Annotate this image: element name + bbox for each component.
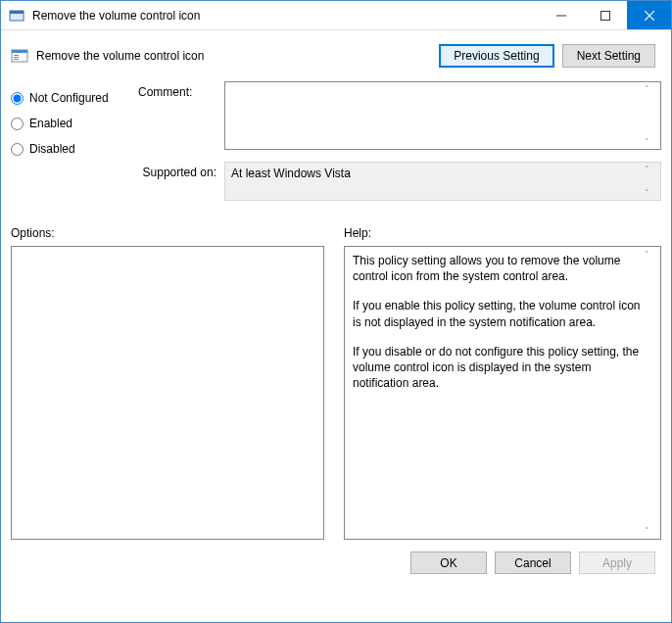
comment-label: Comment: xyxy=(138,81,224,150)
radio-disabled[interactable]: Disabled xyxy=(11,136,119,162)
svg-rect-7 xyxy=(12,50,27,53)
radio-enabled-input[interactable] xyxy=(11,118,24,130)
scroll-indicator: ˄˅ xyxy=(645,84,658,147)
svg-rect-9 xyxy=(14,57,19,58)
pane-labels: Options: Help: xyxy=(11,226,661,240)
radio-label: Disabled xyxy=(29,142,75,156)
help-paragraph: This policy setting allows you to remove… xyxy=(353,253,643,284)
help-label: Help: xyxy=(344,226,661,240)
supported-label: Supported on: xyxy=(138,162,224,201)
policy-window-icon xyxy=(9,8,24,24)
window-title: Remove the volume control icon xyxy=(32,9,539,23)
supported-value: At least Windows Vista xyxy=(231,167,351,180)
state-radio-group: Not Configured Enabled Disabled xyxy=(11,81,119,213)
scroll-indicator: ˄˅ xyxy=(645,165,658,198)
minimize-button[interactable] xyxy=(539,1,583,29)
close-button[interactable] xyxy=(627,1,671,29)
nav-buttons: Previous Setting Next Setting xyxy=(439,44,655,68)
apply-button[interactable]: Apply xyxy=(579,551,655,574)
scroll-indicator: ˄˅ xyxy=(645,249,658,537)
dialog-buttons: OK Cancel Apply xyxy=(11,540,661,574)
previous-setting-button[interactable]: Previous Setting xyxy=(439,44,553,68)
radio-label: Not Configured xyxy=(29,91,109,105)
options-pane xyxy=(11,246,324,540)
help-paragraph: If you enable this policy setting, the v… xyxy=(353,298,643,329)
ok-button[interactable]: OK xyxy=(410,551,487,574)
fields-column: Comment: ˄˅ Supported on: At least Windo… xyxy=(138,81,661,213)
radio-not-configured-input[interactable] xyxy=(11,92,24,105)
radio-label: Enabled xyxy=(29,117,72,130)
policy-title: Remove the volume control icon xyxy=(36,49,439,63)
next-setting-button[interactable]: Next Setting xyxy=(562,44,655,68)
help-paragraph: If you disable or do not configure this … xyxy=(353,344,643,392)
titlebar: Remove the volume control icon xyxy=(1,1,671,30)
panes: This policy setting allows you to remove… xyxy=(11,246,661,540)
svg-rect-10 xyxy=(14,59,19,60)
radio-disabled-input[interactable] xyxy=(11,143,24,156)
policy-icon xyxy=(11,47,28,65)
window-controls xyxy=(539,1,671,29)
supported-row: Supported on: At least Windows Vista ˄˅ xyxy=(138,162,661,201)
form-area: Not Configured Enabled Disabled Comment:… xyxy=(11,81,661,222)
comment-textarea[interactable]: ˄˅ xyxy=(224,81,661,150)
content-area: Remove the volume control icon Previous … xyxy=(1,30,671,584)
svg-rect-3 xyxy=(600,11,609,20)
help-pane: This policy setting allows you to remove… xyxy=(344,246,661,540)
radio-enabled[interactable]: Enabled xyxy=(11,111,119,136)
supported-on-box: At least Windows Vista ˄˅ xyxy=(224,162,661,201)
header-row: Remove the volume control icon Previous … xyxy=(11,38,661,81)
svg-rect-1 xyxy=(10,11,24,14)
options-label: Options: xyxy=(11,226,324,240)
radio-not-configured[interactable]: Not Configured xyxy=(11,85,119,111)
comment-row: Comment: ˄˅ xyxy=(138,81,661,150)
cancel-button[interactable]: Cancel xyxy=(495,551,571,574)
maximize-button[interactable] xyxy=(583,1,627,29)
svg-rect-8 xyxy=(14,55,19,56)
